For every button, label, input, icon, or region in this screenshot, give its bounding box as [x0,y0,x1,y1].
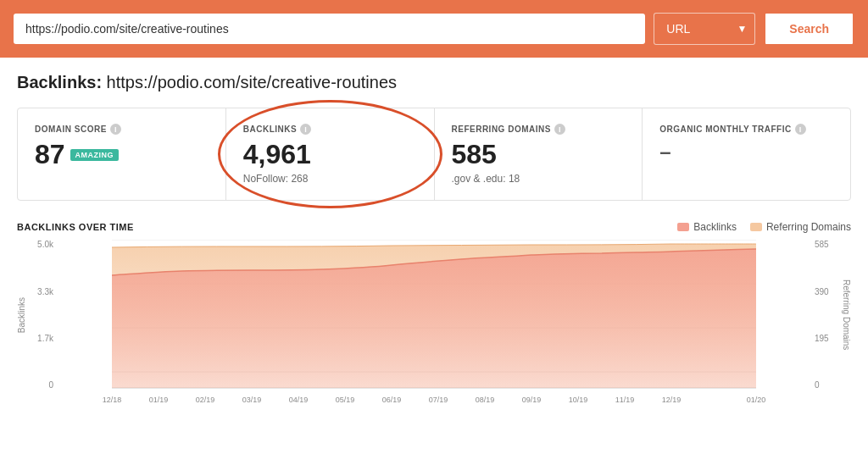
stat-label-backlinks: BACKLINKS i [243,124,417,135]
y-axis-right-label-wrapper: Referring Domains [840,240,851,405]
chart-title: BACKLINKS OVER TIME [17,222,134,232]
y-tick-right-1: 390 [815,287,829,296]
svg-text:02/19: 02/19 [196,396,215,404]
svg-text:12/19: 12/19 [662,396,682,404]
stat-value-referring-domains: 585 [452,140,626,169]
svg-text:04/19: 04/19 [289,396,309,404]
y-axis-left-label-wrapper: Backlinks [17,240,28,405]
y-tick-left-3: 0 [48,380,53,390]
y-axis-left: 5.0k 3.3k 1.7k 0 [28,240,58,405]
legend-backlinks: Backlinks [677,221,737,233]
svg-text:01/19: 01/19 [149,396,169,404]
type-select[interactable]: URL Domain Subdomain [654,13,755,45]
info-icon-organic-traffic: i [795,124,806,135]
stat-value-organic-traffic: – [659,140,833,163]
stat-card-referring-domains: REFERRING DOMAINS i 585 .gov & .edu: 18 [435,108,643,200]
svg-text:10/19: 10/19 [569,396,588,404]
stats-row: DOMAIN SCORE i 87 AMAZING BACKLINKS i 4,… [17,108,851,201]
svg-text:09/19: 09/19 [522,396,542,404]
info-icon-domain-score: i [110,124,121,135]
y-tick-left-2: 1.7k [37,334,53,343]
svg-text:03/19: 03/19 [242,396,262,404]
svg-text:08/19: 08/19 [476,396,495,404]
y-tick-left-1: 3.3k [37,287,53,296]
svg-text:05/19: 05/19 [336,396,355,404]
stat-value-domain-score: 87 [35,140,65,169]
url-input[interactable] [14,14,645,44]
chart-container: Backlinks 5.0k 3.3k 1.7k 0 [17,240,851,405]
chart-section: BACKLINKS OVER TIME Backlinks Referring … [17,221,851,405]
type-select-wrapper: URL Domain Subdomain ▼ [654,13,755,45]
stat-label-domain-score: DOMAIN SCORE i [35,124,209,135]
stat-card-domain-score: DOMAIN SCORE i 87 AMAZING [18,108,226,200]
y-axis-right: 585 390 195 0 [810,240,840,405]
svg-text:07/19: 07/19 [429,396,448,404]
stat-card-organic-traffic: ORGANIC MONTHLY TRAFFIC i – [643,108,850,200]
svg-text:01/20: 01/20 [747,396,766,404]
legend-label-referring-domains: Referring Domains [766,221,851,233]
info-icon-referring-domains: i [554,124,565,135]
y-axis-left-label: Backlinks [17,297,26,333]
y-tick-right-0: 585 [815,240,829,249]
legend-label-backlinks: Backlinks [693,221,737,233]
y-axis-right-label: Referring Domains [842,280,851,350]
stat-value-backlinks: 4,961 [243,140,417,169]
chart-header: BACKLINKS OVER TIME Backlinks Referring … [17,221,851,233]
page-content: Backlinks: https://podio.com/site/creati… [0,58,868,420]
search-button[interactable]: Search [764,12,854,46]
url-display: https://podio.com/site/creative-routines [102,73,397,91]
legend-referring-domains: Referring Domains [750,221,851,233]
chart-legend: Backlinks Referring Domains [677,221,851,233]
stat-badge-amazing: AMAZING [70,149,120,161]
stat-sub-backlinks: NoFollow: 268 [243,173,417,185]
svg-text:12/18: 12/18 [103,396,122,404]
stat-label-referring-domains: REFERRING DOMAINS i [452,124,626,135]
stat-card-backlinks: BACKLINKS i 4,961 NoFollow: 268 [226,108,435,200]
stat-sub-referring-domains: .gov & .edu: 18 [452,173,626,185]
chart-area: 12/18 01/19 02/19 03/19 04/19 05/19 06/1… [58,240,810,405]
legend-dot-referring-domains [750,223,762,231]
info-icon-backlinks: i [300,124,311,135]
y-tick-left-0: 5.0k [37,240,53,249]
svg-text:11/19: 11/19 [615,396,635,404]
legend-dot-backlinks [677,223,689,231]
svg-text:06/19: 06/19 [382,396,402,404]
page-title: Backlinks: https://podio.com/site/creati… [17,73,851,92]
y-tick-right-2: 195 [815,334,829,343]
stat-label-organic-traffic: ORGANIC MONTHLY TRAFFIC i [659,124,833,135]
y-tick-right-3: 0 [815,380,820,390]
search-bar: URL Domain Subdomain ▼ Search [0,0,868,58]
chart-svg: 12/18 01/19 02/19 03/19 04/19 05/19 06/1… [58,240,810,405]
